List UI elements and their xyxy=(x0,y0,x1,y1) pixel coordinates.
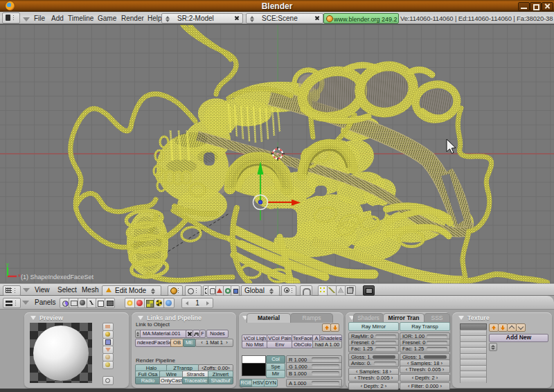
svg-text:y: y xyxy=(6,261,9,267)
svg-text:(1) ShapeIndexedFaceSet: (1) ShapeIndexedFaceSet xyxy=(21,274,94,280)
